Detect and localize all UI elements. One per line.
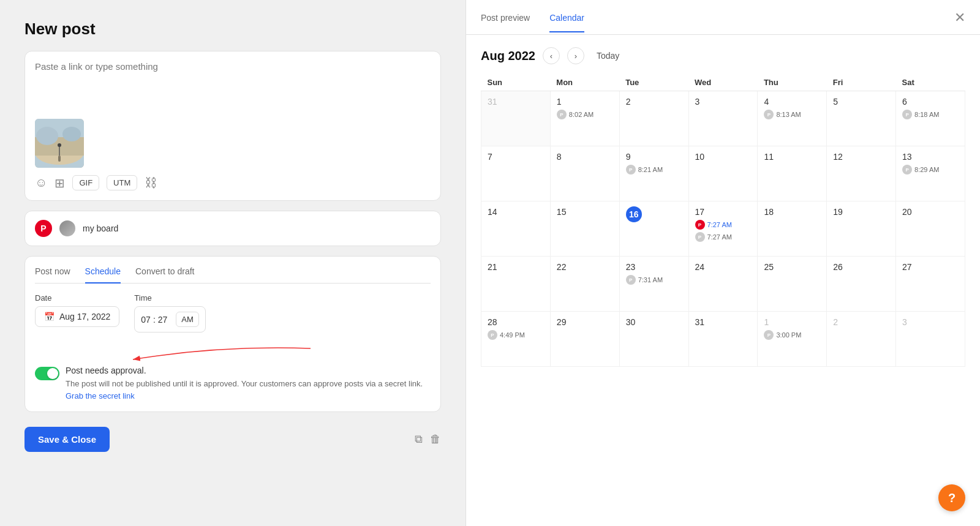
cal-day-29[interactable]: 29 [550, 312, 619, 367]
cal-day-23[interactable]: 23 P7:31 AM [619, 257, 688, 312]
close-button[interactable]: ✕ [954, 10, 965, 34]
approval-label: Post needs approval. [66, 366, 431, 375]
cal-day-17[interactable]: 17 P7:27 AM P7:27 AM [688, 201, 758, 257]
image-icon[interactable]: ⊞ [55, 176, 65, 190]
cal-day-31-prev[interactable]: 31 [481, 91, 551, 146]
weekday-sat: Sat [896, 74, 965, 91]
cal-day-30[interactable]: 30 [619, 312, 688, 367]
cal-day-10[interactable]: 10 [688, 146, 758, 201]
cal-day-2[interactable]: 2 [619, 91, 688, 146]
calendar-grid: Sun Mon Tue Wed Thu Fri Sat 31 1 P8:02 A… [481, 74, 965, 367]
cal-day-20[interactable]: 20 [896, 201, 965, 257]
tab-schedule[interactable]: Schedule [85, 266, 121, 284]
cal-day-1[interactable]: 1 P8:02 AM [550, 91, 619, 146]
board-card[interactable]: P my board [24, 211, 441, 246]
save-close-button[interactable]: Save & Close [24, 427, 110, 452]
cal-day-19[interactable]: 19 [827, 201, 896, 257]
cal-day-31[interactable]: 31 [688, 312, 758, 367]
pinterest-logo: P [35, 220, 52, 237]
cal-week-1: 31 1 P8:02 AM 2 3 4 P8:13 AM 5 6 P8:18 A… [481, 91, 965, 146]
cal-day-1-next[interactable]: 1 P3:00 PM [758, 312, 827, 367]
cal-day-4[interactable]: 4 P8:13 AM [758, 91, 827, 146]
cal-day-5[interactable]: 5 [827, 91, 896, 146]
cal-day-13[interactable]: 13 P8:29 AM [896, 146, 965, 201]
toolbar: ☺ ⊞ GIF UTM ⛓ [35, 175, 431, 190]
secret-link[interactable]: Grab the secret link [66, 391, 135, 400]
duplicate-icon[interactable]: ⧉ [415, 433, 423, 446]
cal-week-2: 7 8 9 P8:21 AM 10 11 12 13 P8:29 AM [481, 146, 965, 201]
prev-month-button[interactable]: ‹ [543, 47, 560, 64]
calendar-icon: 📅 [44, 312, 55, 321]
cal-day-8[interactable]: 8 [550, 146, 619, 201]
right-header: Post preview Calendar ✕ [466, 0, 980, 35]
help-button[interactable]: ? [938, 484, 965, 511]
approval-toggle[interactable] [35, 367, 59, 380]
next-month-button[interactable]: › [567, 47, 584, 64]
cal-day-9[interactable]: 9 P8:21 AM [619, 146, 688, 201]
cal-day-26[interactable]: 26 [827, 257, 896, 312]
arrow-annotation [35, 342, 431, 361]
date-field-group: Date 📅 Aug 17, 2022 [35, 293, 119, 333]
time-label: Time [134, 293, 206, 302]
time-separator: : [153, 315, 156, 325]
cal-day-15[interactable]: 15 [550, 201, 619, 257]
page-title: New post [24, 20, 441, 39]
right-tabs: Post preview Calendar [481, 13, 584, 32]
date-label: Date [35, 293, 119, 302]
approval-content: Post needs approval. The post will not b… [66, 366, 431, 402]
svg-point-4 [62, 127, 81, 141]
calendar-area: Aug 2022 ‹ › Today Sun Mon Tue Wed Thu F… [466, 35, 980, 526]
schedule-card: Post now Schedule Convert to draft Date … [24, 256, 441, 412]
emoji-icon[interactable]: ☺ [35, 176, 47, 190]
today-button[interactable]: Today [592, 48, 624, 63]
date-input[interactable]: 📅 Aug 17, 2022 [35, 306, 119, 327]
cal-day-24[interactable]: 24 [688, 257, 758, 312]
left-panel: New post ☺ ⊞ GIF UTM ⛓ P my boa [0, 0, 466, 526]
weekday-thu: Thu [758, 74, 827, 91]
post-card: ☺ ⊞ GIF UTM ⛓ [24, 51, 441, 201]
cal-day-14[interactable]: 14 [481, 201, 551, 257]
svg-point-6 [58, 143, 61, 147]
gif-button[interactable]: GIF [72, 175, 99, 190]
weekday-sun: Sun [481, 74, 551, 91]
cal-day-12[interactable]: 12 [827, 146, 896, 201]
cal-day-25[interactable]: 25 [758, 257, 827, 312]
cal-day-16-today[interactable]: 16 [619, 201, 688, 257]
bottom-bar: Save & Close ⧉ 🗑 [24, 427, 441, 452]
tab-post-now[interactable]: Post now [35, 266, 70, 284]
time-hour: 07 [141, 315, 151, 325]
svg-point-3 [36, 127, 58, 145]
cal-week-4: 21 22 23 P7:31 AM 24 25 26 27 [481, 257, 965, 312]
approval-description: The post will not be published until it … [66, 378, 431, 402]
cal-day-21[interactable]: 21 [481, 257, 551, 312]
link-icon[interactable]: ⛓ [145, 176, 157, 190]
cal-day-3[interactable]: 3 [688, 91, 758, 146]
board-avatar [59, 220, 75, 236]
cal-day-2-next[interactable]: 2 [827, 312, 896, 367]
cal-week-3: 14 15 16 17 P7:27 AM P7:27 AM 18 19 20 [481, 201, 965, 257]
cal-day-18[interactable]: 18 [758, 201, 827, 257]
approval-row: Post needs approval. The post will not b… [35, 366, 431, 402]
tab-calendar[interactable]: Calendar [549, 13, 584, 32]
weekday-wed: Wed [688, 74, 758, 91]
tab-post-preview[interactable]: Post preview [481, 13, 530, 32]
cal-day-22[interactable]: 22 [550, 257, 619, 312]
cal-day-27[interactable]: 27 [896, 257, 965, 312]
cal-day-28[interactable]: 28 P4:49 PM [481, 312, 551, 367]
weekday-tue: Tue [619, 74, 688, 91]
right-panel: Post preview Calendar ✕ Aug 2022 ‹ › Tod… [466, 0, 980, 526]
post-textarea[interactable] [35, 61, 431, 110]
cal-day-3-next[interactable]: 3 [896, 312, 965, 367]
ampm-button[interactable]: AM [176, 312, 199, 327]
tab-draft[interactable]: Convert to draft [135, 266, 195, 284]
cal-day-7[interactable]: 7 [481, 146, 551, 201]
weekday-mon: Mon [550, 74, 619, 91]
utm-button[interactable]: UTM [107, 175, 137, 190]
weekday-fri: Fri [827, 74, 896, 91]
cal-day-6[interactable]: 6 P8:18 AM [896, 91, 965, 146]
delete-icon[interactable]: 🗑 [430, 433, 441, 446]
cal-day-11[interactable]: 11 [758, 146, 827, 201]
time-input[interactable]: 07 : 27 AM [134, 306, 206, 333]
board-name: my board [83, 224, 118, 233]
post-image [35, 119, 84, 168]
